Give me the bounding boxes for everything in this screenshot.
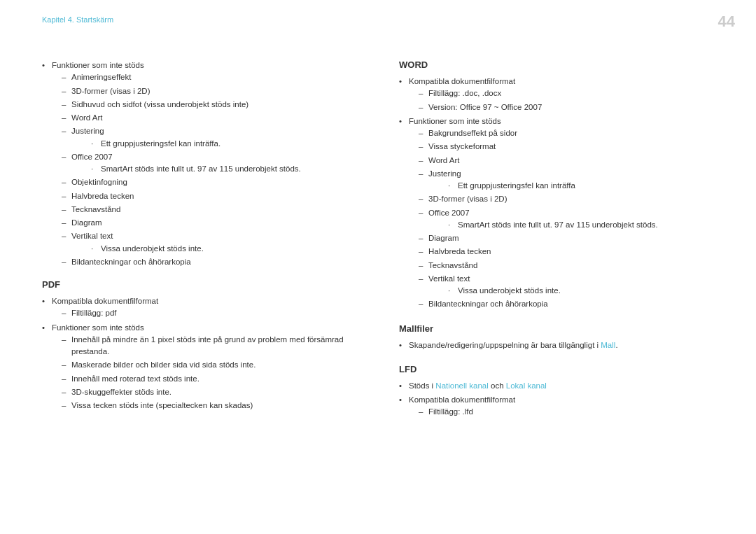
- left-column: Funktioner som inte stöds Animeringseffe…: [42, 59, 364, 421]
- lokal-kanal-link[interactable]: Lokal kanal: [506, 381, 547, 390]
- word-dash-justering: Justering Ett gruppjusteringsfel kan int…: [419, 168, 714, 192]
- pdf-dash-item2: Innehåll med roterad text stöds inte.: [62, 373, 357, 385]
- pdf-bullet1: Kompatibla dokumentfilformat Filtillägg:…: [42, 295, 357, 320]
- pdf-dash-item4: Vissa tecken stöds inte (specialtecken k…: [62, 400, 357, 412]
- vertikal-dot-list: Vissa underobjekt stöds inte.: [91, 243, 357, 255]
- word-title: WORD: [399, 59, 714, 70]
- word-vertikal-dot-list: Vissa underobjekt stöds inte.: [448, 285, 714, 297]
- page-number: 44: [718, 13, 735, 31]
- justering-dot: Ett gruppjusteringsfel kan inträffa.: [91, 138, 357, 150]
- chapter-header: Kapitel 4. Startskärm: [42, 15, 113, 24]
- justering-dot-list: Ett gruppjusteringsfel kan inträffa.: [91, 138, 357, 150]
- intro-bullet1: Funktioner som inte stöds Animeringseffe…: [42, 59, 357, 268]
- word-dash-compat: Filtillägg: .doc, .docx Version: Office …: [419, 87, 714, 113]
- word-dash-tecken: Tecknavstånd: [419, 260, 714, 272]
- pdf-title: PDF: [42, 279, 357, 290]
- mallfiler-bullet1: Skapande/redigering/uppspelning är bara …: [399, 339, 714, 351]
- word-list: Kompatibla dokumentfilformat Filtillägg:…: [399, 76, 714, 311]
- dash-wordart: Word Art: [62, 112, 357, 124]
- word-vertikal-dot: Vissa underobjekt stöds inte.: [448, 285, 714, 297]
- lfd-bullet2: Kompatibla dokumentfilformat Filtillägg:…: [399, 394, 714, 419]
- word-office-dot-list: SmartArt stöds inte fullt ut. 97 av 115 …: [448, 219, 714, 231]
- word-dash-3d: 3D-former (visas i 2D): [419, 193, 714, 205]
- word-dash-wordart: Word Art: [419, 155, 714, 167]
- word-office-dot: SmartArt stöds inte fullt ut. 97 av 115 …: [448, 219, 714, 231]
- lfd-list: Stöds i Nationell kanal och Lokal kanal …: [399, 380, 714, 419]
- dash-halvbreda: Halvbreda tecken: [62, 190, 357, 202]
- dash-animering: Animeringseffekt: [62, 71, 357, 83]
- intro-dash-list: Animeringseffekt 3D-former (visas i 2D) …: [62, 71, 357, 268]
- page: 44 Kapitel 4. Startskärm Funktioner som …: [0, 0, 756, 534]
- right-column: WORD Kompatibla dokumentfilformat Filtil…: [392, 59, 714, 421]
- mallfiler-list: Skapande/redigering/uppspelning är bara …: [399, 339, 714, 351]
- intro-list: Funktioner som inte stöds Animeringseffe…: [42, 59, 357, 268]
- dash-sidhuvud: Sidhuvud och sidfot (vissa underobjekt s…: [62, 99, 357, 111]
- pdf-dash1: Filtillägg: pdf: [62, 307, 357, 319]
- lfd-filtillagg: Filtillägg: .lfd: [419, 406, 714, 418]
- word-dash-doc: Filtillägg: .doc, .docx: [419, 87, 714, 99]
- word-bullet1: Kompatibla dokumentfilformat Filtillägg:…: [399, 76, 714, 113]
- dash-objektinfogning: Objektinfogning: [62, 176, 357, 188]
- dash-teckenavstand: Tecknavstånd: [62, 204, 357, 216]
- dash-3d: 3D-former (visas i 2D): [62, 85, 357, 97]
- lfd-dash-list: Filtillägg: .lfd: [419, 406, 714, 418]
- word-dash-vertikal: Vertikal text Vissa underobjekt stöds in…: [419, 273, 714, 297]
- dash-justering: Justering Ett gruppjusteringsfel kan int…: [62, 125, 357, 150]
- dash-office2007: Office 2007 SmartArt stöds inte fullt ut…: [62, 151, 357, 176]
- pdf-dash-item1: Maskerade bilder och bilder sida vid sid…: [62, 359, 357, 371]
- word-dash-bg: Bakgrundseffekt på sidor: [419, 127, 714, 139]
- mallfiler-title: Mallfiler: [399, 323, 714, 334]
- word-justering-dot: Ett gruppjusteringsfel kan inträffa: [448, 180, 714, 192]
- pdf-dash-item0: Innehåll på mindre än 1 pixel stöds inte…: [62, 334, 357, 358]
- word-dash-diagram: Diagram: [419, 232, 714, 244]
- pdf-dash-item3: 3D-skuggeffekter stöds inte.: [62, 386, 357, 398]
- dash-diagram: Diagram: [62, 217, 357, 229]
- word-justering-dot-list: Ett gruppjusteringsfel kan inträffa: [448, 180, 714, 192]
- vertikal-dot: Vissa underobjekt stöds inte.: [91, 243, 357, 255]
- pdf-list: Kompatibla dokumentfilformat Filtillägg:…: [42, 295, 357, 412]
- word-dash-stycke: Vissa styckeformat: [419, 141, 714, 153]
- content-area: Funktioner som inte stöds Animeringseffe…: [42, 59, 714, 421]
- office-dot-list: SmartArt stöds inte fullt ut. 97 av 115 …: [91, 163, 357, 175]
- word-dash-ver: Version: Office 97 ~ Office 2007: [419, 101, 714, 113]
- pdf-filtillagg: Filtillägg: pdf: [62, 307, 357, 319]
- word-dash-office2007: Office 2007 SmartArt stöds inte fullt ut…: [419, 207, 714, 232]
- office-dot: SmartArt stöds inte fullt ut. 97 av 115 …: [91, 163, 357, 175]
- pdf-dash-list: Innehåll på mindre än 1 pixel stöds inte…: [62, 334, 357, 412]
- nationell-kanal-link[interactable]: Nationell kanal: [435, 381, 488, 390]
- pdf-bullet2: Funktioner som inte stöds Innehåll på mi…: [42, 322, 357, 412]
- dash-vertikal: Vertikal text Vissa underobjekt stöds in…: [62, 230, 357, 255]
- lfd-title: LFD: [399, 364, 714, 374]
- word-dash-bildant: Bildanteckningar och åhörarkopia: [419, 298, 714, 310]
- word-dash-list: Bakgrundseffekt på sidor Vissa styckefor…: [419, 127, 714, 311]
- dash-bildanteckningar: Bildanteckningar och åhörarkopia: [62, 256, 357, 268]
- word-dash-halvbreda: Halvbreda tecken: [419, 246, 714, 258]
- word-bullet2: Funktioner som inte stöds Bakgrundseffek…: [399, 115, 714, 311]
- mall-link[interactable]: Mall: [601, 341, 615, 349]
- lfd-bullet1: Stöds i Nationell kanal och Lokal kanal: [399, 380, 714, 392]
